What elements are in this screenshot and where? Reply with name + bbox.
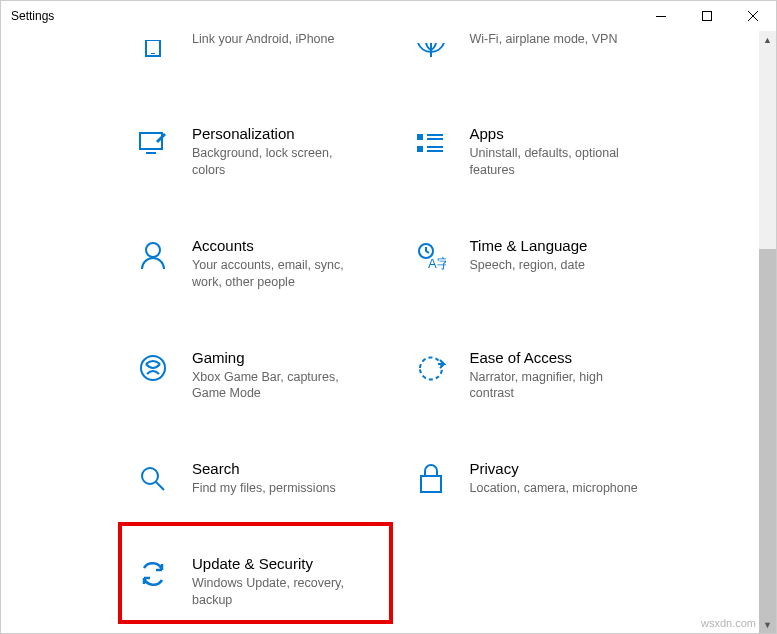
settings-grid: Link your Android, iPhone Wi-Fi, airplan… (121, 31, 656, 633)
close-button[interactable] (730, 1, 776, 31)
tile-title: Gaming (192, 349, 362, 366)
maximize-icon (702, 11, 712, 21)
phone-icon (136, 33, 170, 67)
window-controls (638, 1, 776, 31)
gaming-icon (136, 351, 170, 385)
scrollbar[interactable]: ▲ ▼ (759, 31, 776, 633)
window-title: Settings (11, 9, 54, 23)
tile-title: Privacy (470, 460, 638, 477)
tile-desc: Windows Update, recovery, backup (192, 575, 362, 609)
svg-text:A字: A字 (428, 256, 446, 270)
maximize-button[interactable] (684, 1, 730, 31)
tile-phone[interactable]: Link your Android, iPhone (121, 31, 379, 67)
privacy-icon (414, 462, 448, 496)
update-security-icon (136, 557, 170, 591)
tile-desc: Background, lock screen, colors (192, 145, 362, 179)
tile-title: Apps (470, 125, 640, 142)
close-icon (748, 11, 758, 21)
svg-rect-1 (703, 12, 712, 21)
tile-desc: Xbox Game Bar, captures, Game Mode (192, 369, 362, 403)
watermark: wsxdn.com (701, 617, 756, 629)
time-language-icon: A字 (414, 239, 448, 273)
tile-ease-of-access[interactable]: Ease of Access Narrator, magnifier, high… (399, 349, 657, 403)
tile-desc: Link your Android, iPhone (192, 31, 334, 48)
tile-desc: Your accounts, email, sync, work, other … (192, 257, 362, 291)
personalization-icon (136, 127, 170, 161)
tile-desc: Location, camera, microphone (470, 480, 638, 497)
accounts-icon (136, 239, 170, 273)
svg-rect-0 (656, 16, 666, 17)
tile-title: Search (192, 460, 336, 477)
svg-point-17 (142, 468, 158, 484)
tile-personalization[interactable]: Personalization Background, lock screen,… (121, 125, 379, 179)
svg-rect-19 (421, 476, 441, 492)
ease-of-access-icon (414, 351, 448, 385)
svg-rect-10 (417, 146, 423, 152)
tile-desc: Uninstall, defaults, optional features (470, 145, 640, 179)
tile-desc: Find my files, permissions (192, 480, 336, 497)
tile-title: Personalization (192, 125, 362, 142)
tile-title: Ease of Access (470, 349, 640, 366)
tile-privacy[interactable]: Privacy Location, camera, microphone (399, 460, 657, 497)
tile-desc: Narrator, magnifier, high contrast (470, 369, 640, 403)
svg-rect-7 (417, 134, 423, 140)
tile-update-security[interactable]: Update & Security Windows Update, recove… (121, 555, 379, 609)
settings-content: Link your Android, iPhone Wi-Fi, airplan… (1, 31, 776, 633)
tile-apps[interactable]: Apps Uninstall, defaults, optional featu… (399, 125, 657, 179)
tile-title: Update & Security (192, 555, 362, 572)
minimize-icon (656, 16, 666, 17)
tile-desc: Wi-Fi, airplane mode, VPN (470, 31, 618, 48)
tile-accounts[interactable]: Accounts Your accounts, email, sync, wor… (121, 237, 379, 291)
tile-search[interactable]: Search Find my files, permissions (121, 460, 379, 497)
search-icon (136, 462, 170, 496)
globe-icon (414, 33, 448, 67)
tile-gaming[interactable]: Gaming Xbox Game Bar, captures, Game Mod… (121, 349, 379, 403)
svg-rect-3 (151, 53, 155, 54)
tile-desc: Speech, region, date (470, 257, 588, 274)
tile-time-language[interactable]: A字 Time & Language Speech, region, date (399, 237, 657, 291)
minimize-button[interactable] (638, 1, 684, 31)
tile-title: Time & Language (470, 237, 588, 254)
titlebar: Settings (1, 1, 776, 31)
scrollbar-down-arrow[interactable]: ▼ (759, 616, 776, 633)
svg-point-13 (146, 243, 160, 257)
tile-title: Accounts (192, 237, 362, 254)
scrollbar-up-arrow[interactable]: ▲ (759, 31, 776, 48)
apps-icon (414, 127, 448, 161)
tile-network[interactable]: Wi-Fi, airplane mode, VPN (399, 31, 657, 67)
scrollbar-thumb[interactable] (759, 249, 776, 634)
svg-line-18 (156, 482, 164, 490)
